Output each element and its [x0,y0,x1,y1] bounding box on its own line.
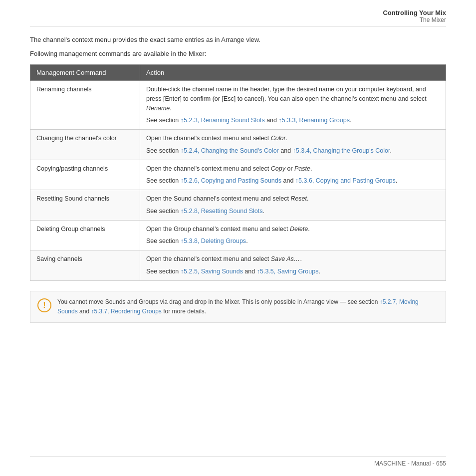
header: Controlling Your Mix The Mixer [383,9,446,23]
see-section: See section ↑5.2.5, Saving Sounds and ↑5… [146,267,440,276]
note-box: ! You cannot move Sounds and Groups via … [30,291,446,323]
command-label: Deleting Group channels [36,226,105,233]
see-section: See section ↑5.2.6, Copying and Pasting … [146,176,440,186]
command-label: Copying/pasting channels [36,165,108,172]
see-section: See section ↑5.2.4, Changing the Sound's… [146,146,440,156]
bottom-divider [30,457,446,457]
note-text: You cannot move Sounds and Groups via dr… [57,297,439,316]
italic-word: Paste [294,165,310,172]
command-cell: Changing the channel's color [30,130,140,160]
link-save-sounds[interactable]: ↑5.2.5, Saving Sounds [181,268,243,275]
action-cell: Open the Sound channel's context menu an… [140,190,446,221]
link-sound-color[interactable]: ↑5.2.4, Changing the Sound's Color [181,147,279,154]
command-label: Renaming channels [36,86,92,93]
link-group-color[interactable]: ↑5.3.4, Changing the Group's Color [293,147,390,154]
table-row: Copying/pasting channels Open the channe… [30,160,446,190]
table-row: Changing the channel's color Open the ch… [30,130,446,160]
action-text: Double-click the channel name in the hea… [146,85,440,113]
command-cell: Resetting Sound channels [30,190,140,221]
action-cell: Double-click the channel name in the hea… [140,81,446,130]
italic-word: Copy [271,165,285,172]
intro-line1: The channel's context menu provides the … [30,35,446,45]
management-table: Management Command Action Renaming chann… [30,64,446,281]
action-text: Open the channel's context menu and sele… [146,134,440,143]
action-text: Open the channel's context menu and sele… [146,164,440,174]
intro-line2: Following management commands are availa… [30,49,446,59]
link-copy-paste-groups[interactable]: ↑5.3.6, Copying and Pasting Groups [295,177,396,184]
command-cell: Renaming channels [30,81,140,130]
command-label: Changing the channel's color [36,135,117,142]
footer: MASCHINE - Manual - 655 [374,460,446,467]
header-title: Controlling Your Mix [383,9,446,16]
link-reset-sounds[interactable]: ↑5.2.8, Resetting Sound Slots [181,208,263,215]
action-text: Open the Sound channel's context menu an… [146,194,440,204]
italic-word: Save As… [271,255,300,262]
action-text: Open the channel's context menu and sele… [146,254,440,264]
page-container: Controlling Your Mix The Mixer The chann… [0,0,476,476]
col-header-command: Management Command [30,65,140,81]
command-label: Resetting Sound channels [36,195,109,202]
header-subtitle: The Mixer [383,16,446,23]
table-row: Renaming channels Double-click the chann… [30,81,446,130]
action-cell: Open the channel's context menu and sele… [140,130,446,160]
italic-word: Rename [146,105,170,112]
col-header-action: Action [140,65,446,81]
table-row: Deleting Group channels Open the Group c… [30,220,446,250]
link-save-groups[interactable]: ↑5.3.5, Saving Groups [257,268,319,275]
table-row: Resetting Sound channels Open the Sound … [30,190,446,221]
action-cell: Open the channel's context menu and sele… [140,250,446,281]
action-cell: Open the Group channel's context menu an… [140,220,446,250]
command-cell: Copying/pasting channels [30,160,140,190]
main-content: The channel's context menu provides the … [30,35,446,323]
command-cell: Deleting Group channels [30,220,140,250]
italic-word: Color [271,135,286,142]
action-text: Open the Group channel's context menu an… [146,225,440,234]
exclamation-icon: ! [43,301,45,310]
top-divider [30,26,446,26]
italic-word: Reset [290,195,307,202]
link-copy-paste-sounds[interactable]: ↑5.2.6, Copying and Pasting Sounds [181,177,281,184]
note-icon: ! [37,298,51,312]
action-cell: Open the channel's context menu and sele… [140,160,446,190]
see-section: See section ↑5.2.3, Renaming Sound Slots… [146,116,440,125]
italic-word: Delete [290,226,308,233]
link-renaming-groups[interactable]: ↑5.3.3, Renaming Groups [278,117,349,124]
link-reordering-groups[interactable]: ↑5.3.7, Reordering Groups [91,308,161,315]
see-section: See section ↑5.3.8, Deleting Groups. [146,237,440,246]
command-cell: Saving channels [30,250,140,281]
link-delete-groups[interactable]: ↑5.3.8, Deleting Groups [181,238,246,244]
command-label: Saving channels [36,255,82,262]
link-renaming-sounds[interactable]: ↑5.2.3, Renaming Sound Slots [181,117,265,124]
see-section: See section ↑5.2.8, Resetting Sound Slot… [146,207,440,216]
table-row: Saving channels Open the channel's conte… [30,250,446,281]
